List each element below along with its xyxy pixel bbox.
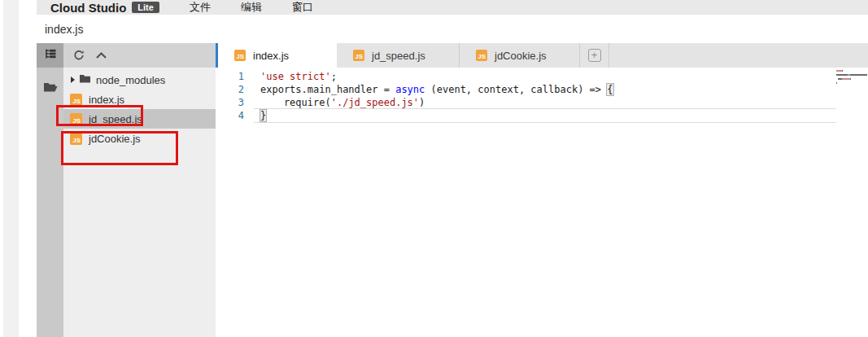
tree-item-label: index.js [89, 94, 124, 106]
menu-编辑[interactable]: 编辑 [241, 0, 262, 15]
code-text: require('./jd_speed.js') [260, 96, 425, 109]
line-number: 3 [216, 96, 244, 109]
annotation-box-jd-speed [56, 105, 143, 126]
editor-area: JSindex.jsJSjd_speed.jsJSjdCookie.js + 1… [216, 43, 868, 337]
tab-jdCookie.js[interactable]: JSjdCookie.js [459, 43, 579, 68]
open-folder-button[interactable] [37, 77, 63, 101]
code-text: exports.main_handler = async (event, con… [260, 83, 613, 96]
code-text: 'use strict'; [260, 70, 337, 83]
line-number: 4 [216, 109, 244, 122]
page-margin-strip [3, 0, 19, 337]
code-token: exports.main_handler = [260, 84, 395, 95]
tabs: JSindex.jsJSjd_speed.jsJSjdCookie.js [218, 43, 579, 68]
explorer-tree-button[interactable] [37, 43, 63, 68]
open-file-title: index.js [45, 23, 83, 36]
code-token: ) [419, 97, 425, 108]
explorer-toolbar [63, 43, 216, 68]
tab-label: jdCookie.js [495, 50, 547, 62]
list-tree-icon [44, 48, 57, 63]
tab-index.js[interactable]: JSindex.js [218, 43, 337, 68]
menu-items: 文件编辑窗口 [159, 0, 313, 15]
tree-item-label: node_modules [96, 74, 165, 86]
minimap-line [836, 78, 868, 80]
code-token: ; [331, 71, 337, 82]
open-folder-icon [43, 81, 58, 96]
menu-bar: Cloud Studio Lite 文件编辑窗口 [37, 0, 868, 15]
js-file-icon: JS [353, 50, 364, 61]
plus-square-icon[interactable]: + [588, 49, 601, 62]
code-content: 1'use strict';2exports.main_handler = as… [216, 70, 868, 122]
js-file-icon: JS [234, 50, 246, 61]
minimap[interactable] [836, 70, 868, 86]
string-token: 'use strict' [260, 71, 331, 82]
tab-bar: JSindex.jsJSjd_speed.jsJSjdCookie.js + [216, 43, 868, 68]
app-logo: Cloud Studio [50, 1, 126, 15]
menu-文件[interactable]: 文件 [190, 0, 211, 15]
activity-rail [37, 43, 63, 337]
tab-label: jd_speed.js [372, 50, 425, 62]
code-line-1[interactable]: 1'use strict'; [216, 70, 868, 83]
string-token: './jd_speed.js' [331, 97, 419, 108]
code-token: } [260, 110, 266, 121]
code-line-2[interactable]: 2exports.main_handler = async (event, co… [216, 83, 868, 96]
line-number: 1 [216, 70, 244, 83]
keyword-token: async [395, 84, 425, 95]
code-token: require( [260, 97, 331, 108]
screenshot-root: { "app": { "brand": "Cloud Studio", "bad… [0, 0, 868, 337]
title-bar: index.js [37, 15, 868, 43]
line-number: 2 [216, 83, 244, 96]
minimap-line [836, 70, 868, 72]
lite-badge: Lite [132, 2, 159, 13]
collapsed-caret-icon[interactable] [71, 77, 75, 83]
code-token: (event, context, callback) => [425, 84, 607, 95]
refresh-icon[interactable] [73, 50, 85, 61]
tab-jd_speed.js[interactable]: JSjd_speed.js [337, 43, 459, 68]
explorer-sidebar: node_modulesJSindex.jsJSjd_speed.jsJSjdC… [63, 43, 216, 337]
cloud-studio-window: Cloud Studio Lite 文件编辑窗口 index.js [37, 0, 868, 337]
annotation-box-jdcookie [61, 131, 178, 165]
tree-item-node_modules[interactable]: node_modules [63, 70, 216, 90]
minimap-line [836, 74, 868, 76]
menu-窗口[interactable]: 窗口 [292, 0, 313, 15]
code-line-3[interactable]: 3 require('./jd_speed.js') [216, 96, 868, 109]
tab-label: index.js [253, 50, 289, 62]
code-text: } [260, 109, 266, 122]
code-token: { [607, 84, 613, 95]
code-editor[interactable]: 1'use strict';2exports.main_handler = as… [216, 68, 868, 337]
js-file-icon: JS [476, 50, 487, 61]
minimap-line [836, 82, 868, 84]
folder-icon [79, 73, 91, 86]
new-tab-zone: + [579, 43, 609, 68]
main-region: node_modulesJSindex.jsJSjd_speed.jsJSjdC… [37, 43, 868, 337]
code-line-4[interactable]: 4} [216, 109, 868, 122]
collapse-up-icon[interactable] [95, 51, 107, 59]
js-file-icon: JS [70, 94, 82, 106]
